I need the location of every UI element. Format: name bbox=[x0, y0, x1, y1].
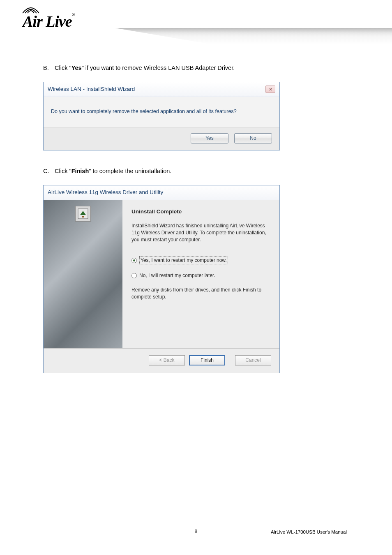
step-c-suffix: " to complete the uninstallation. bbox=[89, 168, 171, 174]
svg-rect-1 bbox=[82, 216, 84, 217]
confirm-dialog-titlebar: Wireless LAN - InstallShield Wizard ✕ bbox=[44, 82, 279, 97]
yes-button[interactable]: Yes bbox=[191, 133, 228, 143]
radio-selected-icon bbox=[131, 258, 137, 263]
uninstall-complete-heading: Uninstall Complete bbox=[131, 208, 270, 216]
step-c: C. Click "Finish" to complete the uninst… bbox=[43, 167, 351, 176]
confirm-dialog-body: Do you want to completely remove the sel… bbox=[44, 97, 279, 127]
restart-later-label: No, I will restart my computer later. bbox=[139, 272, 215, 279]
step-b-suffix: " if you want to remove Wireless LAN USB… bbox=[82, 65, 235, 71]
remove-disks-text: Remove any disks from their drives, and … bbox=[131, 287, 270, 301]
step-b-letter: B. bbox=[43, 64, 53, 73]
wizard-side-panel bbox=[44, 200, 122, 348]
step-b-bold: Yes bbox=[71, 65, 82, 71]
step-c-letter: C. bbox=[43, 167, 53, 176]
step-c-prefix: Click " bbox=[55, 168, 71, 174]
close-icon[interactable]: ✕ bbox=[265, 86, 275, 93]
footer-manual: AirLive WL-1700USB User's Manual bbox=[271, 530, 347, 534]
page-content: B. Click "Yes" if you want to remove Wir… bbox=[43, 64, 351, 373]
finish-dialog: AirLive Wireless 11g Wireless Driver and… bbox=[43, 185, 280, 373]
confirm-dialog: Wireless LAN - InstallShield Wizard ✕ Do… bbox=[43, 82, 280, 150]
step-c-bold: Finish bbox=[71, 168, 89, 174]
header-band bbox=[115, 28, 392, 44]
registered-mark: ® bbox=[72, 12, 74, 17]
uninstall-complete-body: InstallShield Wizard has finished uninst… bbox=[131, 222, 270, 243]
confirm-dialog-title: Wireless LAN - InstallShield Wizard bbox=[48, 85, 135, 93]
step-b-prefix: Click " bbox=[55, 65, 71, 71]
back-button: < Back bbox=[149, 355, 185, 365]
wizard-right-panel: Uninstall Complete InstallShield Wizard … bbox=[122, 200, 279, 348]
restart-now-option[interactable]: Yes, I want to restart my computer now. bbox=[131, 256, 270, 264]
no-button[interactable]: No bbox=[234, 133, 272, 143]
restart-later-option[interactable]: No, I will restart my computer later. bbox=[131, 272, 270, 279]
wifi-arcs-icon bbox=[22, 5, 40, 14]
brand-name: Air Live bbox=[23, 13, 72, 30]
cancel-button: Cancel bbox=[235, 355, 271, 365]
confirm-dialog-footer: Yes No bbox=[44, 127, 279, 150]
finish-dialog-title: AirLive Wireless 11g Wireless Driver and… bbox=[44, 185, 279, 200]
installer-icon bbox=[75, 206, 91, 222]
confirm-message: Do you want to completely remove the sel… bbox=[51, 109, 237, 114]
step-b: B. Click "Yes" if you want to remove Wir… bbox=[43, 64, 351, 73]
brand-logo: Air Live® bbox=[23, 12, 74, 30]
finish-dialog-main: Uninstall Complete InstallShield Wizard … bbox=[44, 200, 279, 348]
restart-now-label: Yes, I want to restart my computer now. bbox=[139, 256, 228, 264]
radio-unselected-icon bbox=[131, 273, 137, 278]
finish-dialog-footer: < Back Finish Cancel bbox=[44, 348, 279, 373]
finish-button[interactable]: Finish bbox=[189, 355, 225, 365]
